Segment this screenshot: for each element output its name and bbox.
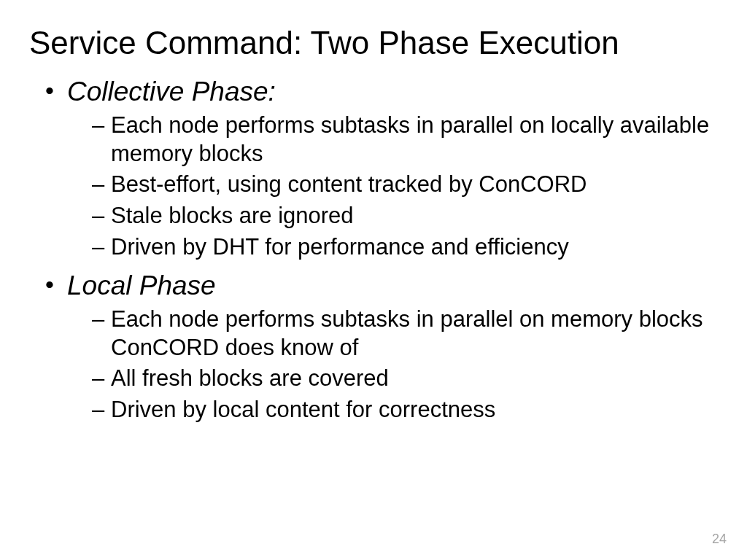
page-number: 24: [712, 532, 727, 547]
section-heading: Collective Phase:: [67, 77, 276, 106]
section-heading: Local Phase: [67, 271, 216, 300]
list-item: Stale blocks are ignored: [92, 202, 718, 230]
sub-list: Each node performs subtasks in parallel …: [67, 306, 718, 424]
slide: Service Command: Two Phase Execution Col…: [0, 0, 747, 560]
list-item: All fresh blocks are covered: [92, 365, 718, 393]
list-item: Each node performs subtasks in parallel …: [92, 306, 718, 362]
list-item: Each node performs subtasks in parallel …: [92, 112, 718, 168]
sub-list: Each node performs subtasks in parallel …: [67, 112, 718, 262]
section-local: Local Phase Each node performs subtasks …: [45, 269, 718, 424]
list-item: Best-effort, using content tracked by Co…: [92, 171, 718, 199]
list-item: Driven by local content for correctness: [92, 396, 718, 424]
section-collective: Collective Phase: Each node performs sub…: [45, 75, 718, 262]
bullet-list: Collective Phase: Each node performs sub…: [29, 75, 718, 424]
slide-title: Service Command: Two Phase Execution: [29, 25, 718, 62]
list-item: Driven by DHT for performance and effici…: [92, 233, 718, 262]
